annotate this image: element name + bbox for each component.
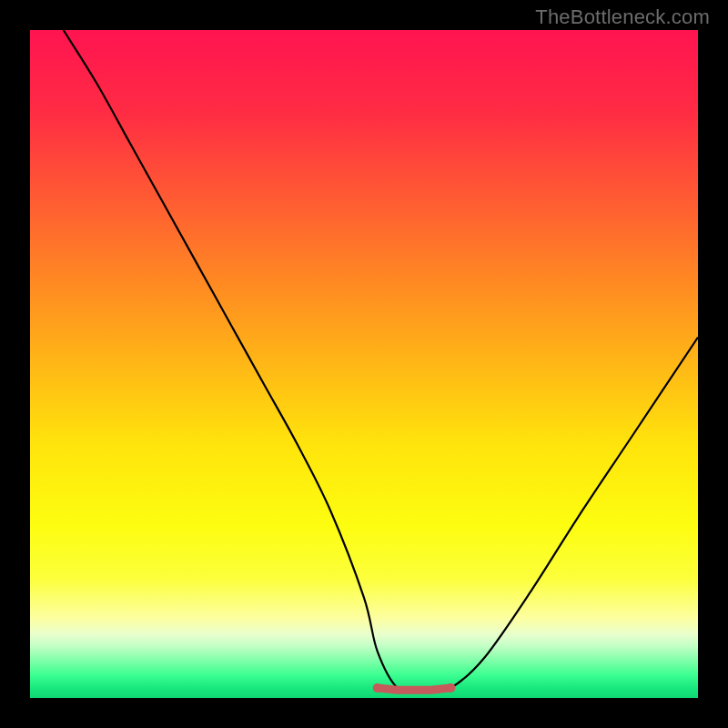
optimal-range-marker-end [446, 683, 455, 693]
curve-layer [30, 30, 698, 698]
plot-area [30, 30, 698, 698]
optimal-range-marker-start [373, 683, 382, 693]
chart-frame: TheBottleneck.com [0, 0, 728, 728]
bottleneck-curve-path [64, 30, 698, 692]
optimal-range-marker-path [378, 688, 451, 690]
watermark-text: TheBottleneck.com [535, 5, 710, 29]
